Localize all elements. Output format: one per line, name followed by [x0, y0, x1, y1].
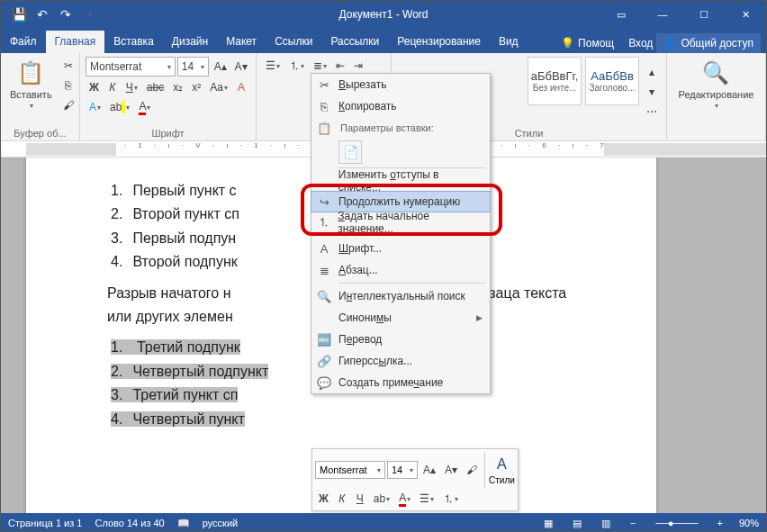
status-language[interactable]: русский — [203, 518, 238, 528]
zoom-level[interactable]: 90% — [739, 518, 759, 528]
ctx-set-start-value[interactable]: ⒈Задать начальное значение... — [311, 212, 490, 233]
cut-icon[interactable]: ✂ — [59, 57, 77, 75]
zoom-in-icon[interactable]: + — [714, 518, 726, 528]
subscript-button[interactable]: x₂ — [169, 78, 186, 96]
zoom-out-icon[interactable]: − — [627, 518, 639, 528]
ctx-font[interactable]: AШрифт... — [311, 238, 490, 259]
mini-highlight-icon[interactable]: ab⁠▾ — [370, 490, 393, 508]
change-case-icon[interactable]: Aa▾ — [206, 78, 231, 96]
ctx-copy[interactable]: ⎘Копировать — [311, 95, 490, 117]
tab-insert[interactable]: Вставка — [104, 31, 163, 53]
tab-file[interactable]: Файл — [1, 31, 46, 53]
style-normal[interactable]: аБбВвГг, Без инте... — [528, 57, 582, 105]
styles-up-icon[interactable]: ▴ — [643, 63, 661, 81]
paste-button[interactable]: 📋 Вставить ▾ — [6, 57, 56, 126]
tab-home[interactable]: Главная — [46, 31, 105, 53]
mini-font-name[interactable]: Montserrat▾ — [315, 461, 385, 479]
editing-button[interactable]: 🔍 Редактирование ▾ — [675, 57, 758, 137]
font-color-icon[interactable]: A▾ — [135, 98, 154, 116]
status-page[interactable]: Страница 1 из 1 — [8, 518, 82, 528]
save-icon[interactable]: 💾 — [8, 4, 30, 25]
ctx-new-comment[interactable]: 💬Создать примечание — [311, 372, 490, 393]
ctx-paragraph[interactable]: ≣Абзац... — [311, 259, 490, 281]
translate-icon: 🔤 — [315, 333, 333, 347]
mini-bold[interactable]: Ж — [315, 490, 332, 508]
sign-in[interactable]: Вход — [628, 37, 653, 50]
copy-icon[interactable]: ⎘ — [59, 77, 77, 95]
spellcheck-icon[interactable]: 📖 — [177, 518, 190, 529]
mini-underline[interactable]: Ч — [352, 490, 368, 508]
tab-design[interactable]: Дизайн — [163, 31, 217, 53]
number-icon: ⒈ — [315, 214, 332, 230]
tell-me[interactable]: Помощ — [578, 37, 614, 50]
styles-down-icon[interactable]: ▾ — [643, 83, 661, 101]
ctx-adjust-indents[interactable]: Изменить отступы в списке... — [311, 170, 490, 192]
minimize-button[interactable]: — — [642, 1, 683, 28]
undo-icon[interactable]: ↶ — [32, 4, 53, 25]
editing-label: Редактирование — [679, 89, 754, 100]
mini-font-color-icon[interactable]: A▾ — [395, 490, 414, 508]
bold-button[interactable]: Ж — [86, 78, 103, 96]
redo-icon[interactable]: ↷ — [55, 4, 77, 25]
web-layout-icon[interactable]: ▥ — [598, 518, 614, 529]
paste-label: Вставить — [10, 89, 52, 100]
link-icon: 🔗 — [315, 355, 333, 368]
mini-italic[interactable]: К — [334, 490, 350, 508]
format-painter-icon[interactable]: 🖌 — [59, 96, 77, 114]
font-name-combo[interactable]: Montserrat▾ — [86, 57, 176, 77]
tab-mailings[interactable]: Рассылки — [321, 31, 388, 53]
style-heading[interactable]: АаБбВв Заголово... — [585, 57, 639, 105]
mini-font-size[interactable]: 14▾ — [387, 461, 418, 479]
close-button[interactable]: ✕ — [725, 1, 766, 28]
mini-grow-font-icon[interactable]: A▴ — [420, 461, 439, 479]
increase-indent-icon[interactable]: ⇥ — [350, 57, 366, 75]
read-mode-icon[interactable]: ▦ — [540, 518, 556, 529]
strike-button[interactable]: abc — [143, 78, 167, 96]
bullets-icon[interactable]: ☰▾ — [262, 57, 284, 75]
maximize-button[interactable]: ☐ — [683, 1, 725, 28]
ribbon-options-icon[interactable]: ▭ — [600, 1, 642, 28]
shrink-font-icon[interactable]: A▾ — [231, 58, 250, 76]
zoom-slider[interactable]: ──●──── — [652, 518, 700, 528]
decrease-indent-icon[interactable]: ⇤ — [332, 57, 348, 75]
copy-icon: ⎘ — [315, 100, 333, 113]
tab-references[interactable]: Ссылки — [266, 31, 321, 53]
mini-shrink-font-icon[interactable]: A▾ — [441, 461, 461, 479]
share-button[interactable]: 👤 Общий доступ — [656, 33, 761, 53]
mini-numbering-icon[interactable]: ⒈▾ — [439, 490, 462, 508]
superscript-button[interactable]: x² — [188, 78, 204, 96]
status-words[interactable]: Слово 14 из 40 — [95, 518, 164, 528]
print-layout-icon[interactable]: ▤ — [569, 518, 585, 529]
mini-format-painter-icon[interactable]: 🖌 — [463, 461, 481, 479]
scissors-icon: ✂ — [315, 78, 333, 92]
ctx-paste-options-header: 📋Параметры вставки: — [311, 117, 490, 139]
comment-icon: 💬 — [315, 376, 333, 390]
ctx-synonyms[interactable]: Синонимы▶ — [311, 307, 490, 329]
grow-font-icon[interactable]: A▴ — [211, 58, 230, 76]
paste-keep-formatting[interactable]: 📄 — [338, 140, 362, 164]
qat-dropdown-icon[interactable]: ▾ — [78, 4, 100, 25]
share-label: Общий доступ — [681, 37, 753, 50]
clear-format-icon[interactable]: A — [233, 78, 249, 96]
tab-review[interactable]: Рецензирование — [388, 31, 490, 53]
numbering-icon[interactable]: ⒈▾ — [285, 57, 308, 75]
tab-layout[interactable]: Макет — [217, 31, 266, 53]
paragraph-icon: ≣ — [315, 264, 333, 277]
font-size-combo[interactable]: 14▾ — [177, 57, 210, 77]
ribbon-tabs: Файл Главная Вставка Дизайн Макет Ссылки… — [1, 28, 766, 53]
highlight-icon[interactable]: ab⁠▾ — [106, 98, 133, 116]
multilevel-icon[interactable]: ≣▾ — [310, 57, 330, 75]
search-icon: 🔍 — [315, 290, 333, 303]
mini-styles-icon[interactable]: A — [493, 455, 510, 473]
italic-button[interactable]: К — [104, 78, 121, 96]
ctx-smart-lookup[interactable]: 🔍Интеллектуальный поиск — [311, 285, 490, 307]
ctx-cut[interactable]: ✂Вырезать — [311, 74, 490, 95]
text-effects-icon[interactable]: A▾ — [86, 98, 104, 116]
tab-view[interactable]: Вид — [490, 31, 528, 53]
list-item[interactable]: 4. Четвертый пункт — [107, 408, 593, 431]
mini-bullets-icon[interactable]: ☰▾ — [416, 490, 438, 508]
underline-button[interactable]: Ч▾ — [122, 78, 141, 96]
ctx-translate[interactable]: 🔤Перевод — [311, 329, 490, 350]
styles-more-icon[interactable]: ⋯ — [643, 103, 661, 121]
ctx-hyperlink[interactable]: 🔗Гиперссылка... — [311, 350, 490, 372]
